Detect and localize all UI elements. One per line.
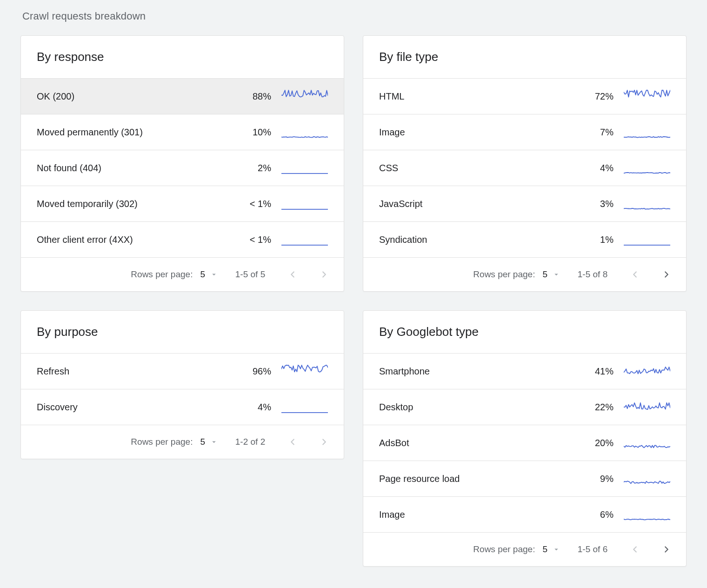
rows-per-page-select[interactable]: 5 — [200, 269, 218, 280]
table-row[interactable]: Smartphone41% — [363, 353, 686, 389]
pagination-range: 1-2 of 2 — [229, 437, 271, 447]
table-row[interactable]: Moved temporarily (302)< 1% — [21, 186, 344, 221]
row-label: Not found (404) — [37, 163, 219, 174]
rows-per-page-label: Rows per page: — [473, 544, 535, 555]
pagination-range: 1-5 of 8 — [572, 269, 614, 280]
next-page-button[interactable] — [656, 264, 677, 285]
table-row[interactable]: Not found (404)2% — [21, 150, 344, 186]
sparkline-icon — [281, 365, 328, 378]
card-title: By response — [21, 36, 344, 78]
row-label: Discovery — [37, 402, 219, 413]
row-value: 22% — [572, 402, 614, 413]
row-value: 88% — [229, 91, 271, 102]
rows-per-page-select[interactable]: 5 — [200, 437, 218, 447]
table-row[interactable]: OK (200)88% — [21, 78, 344, 114]
card-by_response: By responseOK (200)88%Moved permanently … — [20, 35, 344, 292]
row-label: Moved temporarily (302) — [37, 199, 219, 209]
rows-per-page-select[interactable]: 5 — [542, 544, 560, 555]
sparkline-icon — [281, 90, 328, 103]
table-row[interactable]: Refresh96% — [21, 353, 344, 389]
sparkline-icon — [281, 401, 328, 414]
table-row[interactable]: AdsBot20% — [363, 425, 686, 461]
sparkline-icon — [281, 233, 328, 246]
sparkline-icon — [624, 126, 670, 139]
row-label: Other client error (4XX) — [37, 234, 219, 245]
chevron-down-icon — [210, 270, 218, 279]
table-row[interactable]: Page resource load9% — [363, 461, 686, 496]
rows-per-page-value: 5 — [542, 269, 547, 280]
row-label: HTML — [379, 91, 561, 102]
rows-per-page-label: Rows per page: — [473, 269, 535, 280]
card-by_googlebot_type: By Googlebot typeSmartphone41%Desktop22%… — [363, 310, 687, 567]
rows-per-page-select[interactable]: 5 — [542, 269, 560, 280]
row-label: Smartphone — [379, 366, 561, 377]
row-value: < 1% — [229, 199, 271, 209]
row-label: Image — [379, 509, 561, 520]
rows-per-page-value: 5 — [542, 544, 547, 555]
rows-per-page-value: 5 — [200, 269, 205, 280]
prev-page-button — [625, 264, 645, 285]
row-value: 6% — [572, 509, 614, 520]
prev-page-button — [282, 432, 303, 452]
row-label: Image — [379, 127, 561, 138]
table-row[interactable]: Image6% — [363, 496, 686, 532]
rows-per-page-label: Rows per page: — [131, 269, 193, 280]
row-value: 1% — [572, 234, 614, 245]
table-row[interactable]: Syndication1% — [363, 221, 686, 257]
table-row[interactable]: CSS4% — [363, 150, 686, 186]
row-label: Refresh — [37, 366, 219, 377]
chevron-down-icon — [552, 545, 560, 554]
sparkline-icon — [624, 197, 670, 210]
row-value: 20% — [572, 438, 614, 448]
card-title: By Googlebot type — [363, 311, 686, 353]
table-footer: Rows per page:51-5 of 8 — [363, 257, 686, 291]
next-page-button — [314, 432, 334, 452]
table-row[interactable]: Moved permanently (301)10% — [21, 114, 344, 150]
rows-per-page-label: Rows per page: — [131, 437, 193, 447]
sparkline-icon — [624, 365, 670, 378]
sparkline-icon — [624, 472, 670, 485]
row-value: 9% — [572, 474, 614, 484]
card-by_file_type: By file typeHTML72%Image7%CSS4%JavaScrip… — [363, 35, 687, 292]
sparkline-icon — [624, 161, 670, 174]
table-row[interactable]: Other client error (4XX)< 1% — [21, 221, 344, 257]
row-value: 2% — [229, 163, 271, 174]
row-label: Page resource load — [379, 474, 561, 484]
card-title: By purpose — [21, 311, 344, 353]
row-value: 10% — [229, 127, 271, 138]
next-page-button[interactable] — [656, 539, 677, 560]
sparkline-icon — [281, 126, 328, 139]
pagination-range: 1-5 of 6 — [572, 544, 614, 555]
row-value: 4% — [229, 402, 271, 413]
row-label: Moved permanently (301) — [37, 127, 219, 138]
sparkline-icon — [624, 233, 670, 246]
row-value: 96% — [229, 366, 271, 377]
sparkline-icon — [624, 90, 670, 103]
table-row[interactable]: HTML72% — [363, 78, 686, 114]
pagination-range: 1-5 of 5 — [229, 269, 271, 280]
row-value: 7% — [572, 127, 614, 138]
sparkline-icon — [281, 197, 328, 210]
prev-page-button — [282, 264, 303, 285]
table-row[interactable]: Desktop22% — [363, 389, 686, 425]
row-value: 41% — [572, 366, 614, 377]
row-label: Desktop — [379, 402, 561, 413]
card-title: By file type — [363, 36, 686, 78]
page-title: Crawl requests breakdown — [22, 10, 687, 22]
next-page-button — [314, 264, 334, 285]
table-row[interactable]: Discovery4% — [21, 389, 344, 425]
row-value: 72% — [572, 91, 614, 102]
rows-per-page-value: 5 — [200, 437, 205, 447]
row-value: 3% — [572, 199, 614, 209]
table-row[interactable]: Image7% — [363, 114, 686, 150]
sparkline-icon — [624, 401, 670, 414]
card-by_purpose: By purposeRefresh96%Discovery4%Rows per … — [20, 310, 344, 459]
table-footer: Rows per page:51-2 of 2 — [21, 425, 344, 459]
sparkline-icon — [624, 436, 670, 449]
sparkline-icon — [624, 508, 670, 521]
row-value: < 1% — [229, 234, 271, 245]
sparkline-icon — [281, 161, 328, 174]
table-footer: Rows per page:51-5 of 5 — [21, 257, 344, 291]
row-label: CSS — [379, 163, 561, 174]
table-row[interactable]: JavaScript3% — [363, 186, 686, 221]
